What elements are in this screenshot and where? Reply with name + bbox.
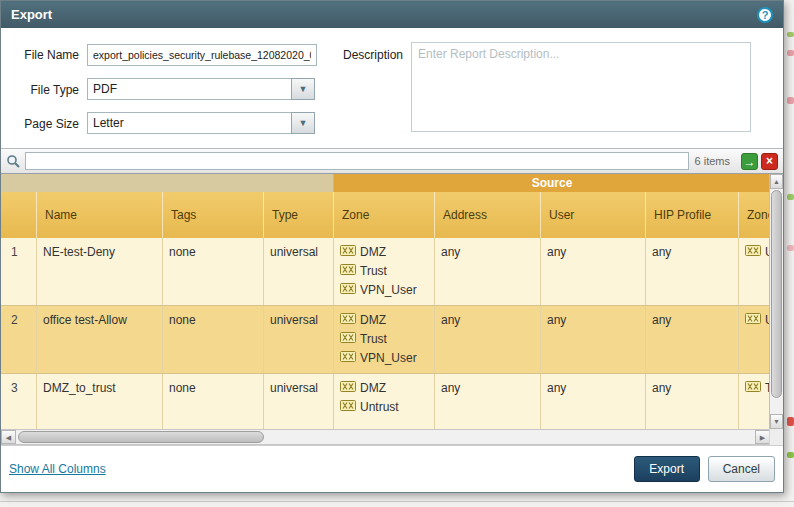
zone-name: DMZ: [360, 243, 386, 262]
zone-icon: [340, 398, 356, 417]
apply-filter-icon[interactable]: →: [741, 153, 758, 170]
zone-icon: [340, 262, 356, 281]
table-row[interactable]: 3 DMZ_to_trust none universal DMZ Untrus…: [1, 374, 770, 429]
description-label: Description: [335, 48, 403, 62]
column-header-zone-dest[interactable]: Zone: [739, 192, 770, 238]
column-header-row: Name Tags Type Zone Address User HIP Pro…: [1, 192, 770, 238]
filter-input[interactable]: [25, 152, 689, 170]
cancel-button[interactable]: Cancel: [708, 456, 775, 482]
column-header-name[interactable]: Name: [37, 192, 163, 238]
chevron-down-icon[interactable]: ▼: [291, 78, 315, 100]
scroll-left-icon[interactable]: ◀: [1, 430, 16, 444]
vertical-scrollbar[interactable]: ▲ ▼: [769, 174, 783, 429]
table-row[interactable]: 2 office test-Allow none universal DMZ T…: [1, 306, 770, 374]
file-type-value[interactable]: [87, 78, 291, 100]
dialog-titlebar: Export ?: [1, 1, 783, 28]
export-button[interactable]: Export: [634, 456, 700, 482]
cell-user: any: [541, 374, 646, 429]
zone-name: Trust: [360, 330, 387, 349]
scroll-up-icon[interactable]: ▲: [770, 174, 783, 189]
cell-tags: none: [163, 306, 264, 373]
column-header-type[interactable]: Type: [264, 192, 334, 238]
cell-zones: DMZ Trust VPN_User: [334, 306, 435, 373]
page-size-label: Page Size: [7, 117, 79, 131]
scrollbar-corner: [769, 429, 783, 445]
chevron-down-icon[interactable]: ▼: [291, 112, 315, 134]
vertical-scroll-thumb[interactable]: [771, 190, 782, 398]
dialog-title: Export: [11, 7, 52, 22]
group-header-source: Source: [334, 174, 770, 192]
zone-name: Trust: [360, 262, 387, 281]
cell-hip-profile: any: [646, 306, 739, 373]
footer-buttons: Export Cancel: [634, 456, 775, 482]
page-size-value[interactable]: [87, 112, 291, 134]
zone-icon: [745, 311, 761, 330]
export-form: File Name Description File Type ▼ Page S…: [1, 28, 783, 148]
cell-name: DMZ_to_trust: [37, 374, 163, 429]
cell-name: office test-Allow: [37, 306, 163, 373]
column-header-address[interactable]: Address: [435, 192, 541, 238]
page-divider: [0, 501, 794, 502]
horizontal-scroll-thumb[interactable]: [18, 431, 264, 443]
search-icon: [6, 154, 21, 169]
row-number: 1: [1, 238, 37, 305]
clear-filter-icon[interactable]: ×: [761, 153, 778, 170]
row-number: 3: [1, 374, 37, 429]
zone-icon: [340, 243, 356, 262]
background-artifact: [787, 417, 794, 426]
rules-table: Source Name Tags Type Zone Address User …: [1, 174, 770, 429]
file-name-input[interactable]: [87, 44, 317, 66]
zone-name: VPN_User: [360, 281, 417, 300]
background-artifact: [787, 245, 794, 251]
background-artifact: [787, 32, 794, 37]
column-header-hip-profile[interactable]: HIP Profile: [646, 192, 739, 238]
cell-type: universal: [264, 306, 334, 373]
zone-icon: [340, 379, 356, 398]
zone-icon: [340, 281, 356, 300]
help-icon[interactable]: ?: [757, 7, 773, 23]
cell-address: any: [435, 306, 541, 373]
description-input[interactable]: [411, 42, 751, 132]
zone-icon: [340, 330, 356, 349]
scroll-down-icon[interactable]: ▼: [770, 414, 783, 429]
file-type-select[interactable]: ▼: [87, 78, 315, 100]
export-dialog: Export ? File Name Description File Type…: [0, 0, 784, 493]
column-header-zone[interactable]: Zone: [334, 192, 435, 238]
row-number: 2: [1, 306, 37, 373]
cell-type: universal: [264, 374, 334, 429]
background-artifact: [787, 50, 794, 56]
page-size-select[interactable]: ▼: [87, 112, 315, 134]
column-header-user[interactable]: User: [541, 192, 646, 238]
cell-hip-profile: any: [646, 374, 739, 429]
group-header-spacer: [1, 174, 334, 192]
cell-zone-dest: U: [739, 306, 770, 373]
dialog-footer: Show All Columns Export Cancel: [1, 445, 783, 492]
cell-name: NE-test-Deny: [37, 238, 163, 305]
column-header-tags[interactable]: Tags: [163, 192, 264, 238]
cell-tags: none: [163, 238, 264, 305]
file-type-label: File Type: [7, 83, 79, 97]
cell-tags: none: [163, 374, 264, 429]
filter-bar: 6 items → ×: [1, 148, 783, 174]
zone-icon: [745, 243, 761, 262]
cell-zone-dest: T: [739, 374, 770, 429]
cell-zone-dest: U: [739, 238, 770, 305]
background-artifact: [787, 97, 794, 104]
cell-zones: DMZ Trust VPN_User: [334, 238, 435, 305]
file-name-label: File Name: [7, 48, 79, 62]
cell-hip-profile: any: [646, 238, 739, 305]
cell-zones: DMZ Untrust: [334, 374, 435, 429]
horizontal-scrollbar[interactable]: ◀ ▶: [1, 429, 770, 445]
zone-name: VPN_User: [360, 349, 417, 368]
items-count: 6 items: [695, 155, 730, 167]
cell-user: any: [541, 238, 646, 305]
table-row[interactable]: 1 NE-test-Deny none universal DMZ Trust …: [1, 238, 770, 306]
zone-icon: [340, 311, 356, 330]
column-header-number[interactable]: [1, 192, 37, 238]
show-all-columns-link[interactable]: Show All Columns: [9, 462, 106, 476]
background-artifact: [787, 452, 794, 458]
cell-type: universal: [264, 238, 334, 305]
zone-name: DMZ: [360, 311, 386, 330]
scroll-right-icon[interactable]: ▶: [755, 430, 770, 444]
group-header-row: Source: [1, 174, 770, 192]
